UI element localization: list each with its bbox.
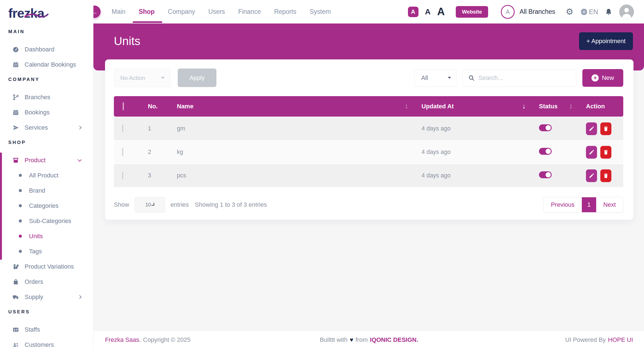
search-input[interactable] [478,74,571,82]
font-size-large-button[interactable]: A [437,6,445,18]
previous-page-button[interactable]: Previous [544,197,582,212]
branch-avatar[interactable]: A [501,5,515,19]
units-card: No Action Apply All + New No. Na [105,59,633,220]
nav-item-system[interactable]: System [310,0,331,23]
font-size-medium-button[interactable]: A [425,7,431,16]
font-size-small-button[interactable]: A [408,7,418,17]
page-size-select[interactable]: 10 [135,197,165,212]
sidebar-item-services[interactable]: Services [0,120,93,135]
nav-item-reports[interactable]: Reports [274,0,297,23]
sidebar-item-branches[interactable]: Branches [0,90,93,105]
chevron-down-icon [151,203,154,206]
sidebar-item-staffs[interactable]: Staffs [0,322,93,337]
footer-brand-link[interactable]: Frezka Saas. [105,336,141,343]
chevron-down-icon [78,158,82,161]
top-header: ← Main Shop Company Users Finance Report… [93,0,644,23]
sidebar-item-customers[interactable]: Customers [0,337,93,349]
chevron-right-icon [78,295,82,299]
footer-design-link[interactable]: IQONIC DESIGN. [370,336,418,343]
sidebar-item-product[interactable]: Product [0,153,93,168]
sidebar-subitem-tags[interactable]: Tags [0,244,93,259]
column-label: Status [539,103,557,110]
status-toggle[interactable] [539,148,552,155]
sidebar-subitem-categories[interactable]: Categories [0,198,93,213]
sidebar-item-orders[interactable]: Orders [0,274,93,289]
toolbar-right: All + New [414,69,623,87]
nav-item-finance[interactable]: Finance [238,0,261,23]
edit-button[interactable] [586,169,597,182]
nav-item-main[interactable]: Main [112,0,125,23]
sidebar-item-supply[interactable]: Supply [0,289,93,305]
sidebar-item-bookings[interactable]: Bookings [0,105,93,120]
delete-button[interactable] [600,122,611,135]
sidebar-item-dashboard[interactable]: Dashboard [0,42,93,57]
status-toggle[interactable] [539,124,552,131]
trash-icon [603,173,609,179]
sort-icon: ▲▼ [405,103,408,109]
nav-item-shop[interactable]: Shop [139,0,155,23]
bullet-icon [19,219,22,222]
search-icon [468,74,475,82]
page-number-button[interactable]: 1 [582,197,596,212]
website-button[interactable]: Website [456,6,488,18]
sidebar-subitem-sub-categories[interactable]: Sub-Categories [0,213,93,229]
delete-button[interactable] [600,169,611,182]
page-size-value: 10 [145,202,151,208]
edit-button[interactable] [586,122,597,135]
git-branch-icon [12,94,19,101]
entries-summary: Showing 1 to 3 of 3 entries [195,201,267,208]
bell-icon[interactable] [605,8,612,16]
select-all-checkbox[interactable] [123,102,124,110]
calendar-icon [12,61,19,68]
table-toolbar: No Action Apply All + New [114,69,623,87]
show-label: Show [114,201,129,208]
sidebar-subitem-units[interactable]: Units [0,229,93,244]
id-card-icon [12,326,19,333]
calendar-icon [12,109,19,116]
header-actions: A A A Website A All Branches ⚙ EN [408,4,634,19]
sidebar-item-calendar-bookings[interactable]: Calendar Bookings [0,57,93,72]
row-checkbox[interactable] [122,125,123,132]
sidebar-section-users: USERS [0,305,93,318]
gear-icon[interactable]: ⚙ [566,7,574,16]
sidebar-subitem-all-product[interactable]: All Product [0,168,93,183]
row-checkbox[interactable] [122,148,123,156]
sidebar-item-label: Bookings [25,109,50,116]
sidebar-item-label: Categories [29,202,58,209]
sidebar-subitem-brand[interactable]: Brand [0,183,93,198]
footer-powered-link[interactable]: HOPE UI [608,336,633,343]
column-header-updated-at[interactable]: Updated At▲▼ [414,96,531,117]
nav-item-users[interactable]: Users [208,0,225,23]
status-toggle[interactable] [539,171,552,178]
edit-button[interactable] [586,146,597,159]
sidebar-item-product-variations[interactable]: Product Variations [0,259,93,274]
filter-select[interactable]: All [414,69,456,87]
entries-label: entries [171,201,189,208]
footer-copyright-text: Copyright © 2025 [143,336,191,343]
delete-button[interactable] [600,146,611,159]
trash-icon [603,126,609,132]
new-button[interactable]: + New [582,69,623,87]
cell-name: gm [169,117,414,140]
nav-item-company[interactable]: Company [168,0,195,23]
apply-button[interactable]: Apply [178,69,216,87]
sidebar-section-company: COMPANY [0,72,93,86]
filter-value: All [421,74,428,82]
brand-swoosh-icon [24,13,49,19]
sidebar-item-label: Product [25,157,46,164]
caret-down-icon [448,77,451,79]
profile-avatar[interactable] [619,4,634,19]
bulk-action-select[interactable]: No Action [114,69,171,87]
column-header-name[interactable]: Name▲▼ [169,96,414,117]
brand-logo[interactable]: frezka [0,0,93,24]
row-checkbox[interactable] [122,172,123,179]
sidebar-item-label: Tags [29,248,42,255]
column-header-status[interactable]: Status▲▼ [531,96,578,117]
table-header-row: No. Name▲▼ Updated At▲▼ Status▲▼ Action [114,96,623,117]
page-title: Units [114,35,140,48]
cell-updated: 4 days ago [414,164,531,187]
next-page-button[interactable]: Next [596,197,623,212]
language-switcher[interactable]: EN [580,8,598,16]
column-label: Updated At [422,103,454,110]
appointment-button[interactable]: + Appointment [579,32,633,50]
